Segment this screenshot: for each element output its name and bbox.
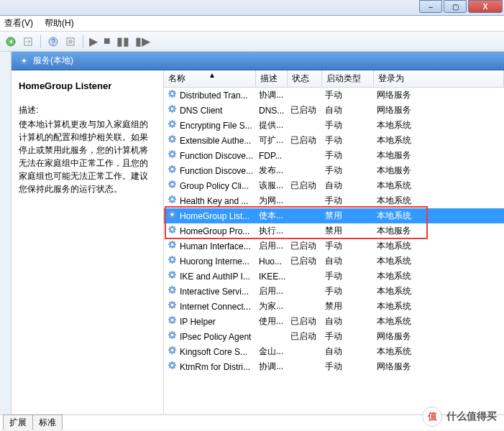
service-row[interactable]: KtmRm for Distri...协调...手动网络服务 [164, 359, 504, 374]
service-desc: 为家... [259, 300, 290, 312]
col-login[interactable]: 登录为 [374, 70, 504, 87]
back-icon[interactable] [4, 35, 17, 48]
maximize-button[interactable]: ▢ [444, 0, 467, 13]
service-row[interactable]: Health Key and ...为网...手动本地系统 [164, 193, 504, 208]
tab-standard[interactable]: 标准 [32, 414, 63, 430]
properties-icon[interactable] [64, 35, 77, 48]
service-row[interactable]: Encrypting File S...提供...手动本地系统 [164, 118, 504, 133]
service-name: IKE and AuthIP I... [180, 272, 250, 282]
service-state: 已启动 [290, 255, 325, 267]
service-row[interactable]: Function Discove...发布...手动本地服务 [164, 163, 504, 178]
restart-icon[interactable]: ▮▶ [135, 34, 150, 48]
svg-point-13 [171, 153, 174, 156]
service-name: HomeGroup List... [180, 211, 249, 221]
service-icon [167, 195, 177, 207]
svg-point-17 [171, 213, 174, 216]
service-login: 网络服务 [377, 104, 504, 116]
service-login: 本地系统 [377, 119, 504, 131]
service-name: Internet Connect... [180, 302, 251, 312]
service-row[interactable]: Distributed Tran...协调...手动网络服务 [164, 88, 504, 103]
minimize-button[interactable]: – [419, 0, 442, 13]
service-login: 本地服务 [377, 149, 504, 162]
pause-icon[interactable]: ▮▮ [116, 34, 129, 48]
play-icon[interactable]: ▶ [89, 34, 98, 48]
service-icon [167, 164, 177, 177]
service-login: 本地系统 [377, 195, 504, 207]
service-name: HomeGroup Pro... [180, 226, 249, 236]
service-desc: 使用... [259, 315, 290, 328]
service-desc: 发布... [259, 164, 290, 177]
service-icon [167, 285, 177, 297]
service-login: 网络服务 [377, 361, 504, 373]
col-start[interactable]: 启动类型 [322, 70, 374, 87]
service-name: Distributed Tran... [180, 91, 248, 101]
service-start: 禁用 [325, 210, 377, 222]
service-row[interactable]: IKE and AuthIP I...IKEE...手动本地系统 [164, 269, 504, 284]
service-name: Interactive Servi... [180, 287, 249, 297]
service-row[interactable]: IPsec Policy Agent已启动手动网络服务 [164, 329, 504, 344]
service-start: 手动 [325, 361, 377, 373]
service-row[interactable]: Extensible Authe...可扩...已启动手动本地系统 [164, 133, 504, 148]
service-state: 已启动 [290, 104, 325, 116]
separator [40, 35, 41, 48]
bottom-tabs: 扩展 标准 [0, 414, 504, 430]
svg-point-26 [171, 349, 174, 352]
service-icon [167, 270, 177, 282]
service-login: 本地系统 [377, 180, 504, 192]
export-icon[interactable] [22, 35, 35, 48]
close-button[interactable]: X [468, 0, 503, 13]
service-login: 本地系统 [377, 300, 504, 312]
service-desc: FDP... [259, 151, 290, 161]
service-icon [167, 134, 177, 147]
svg-point-25 [171, 334, 174, 337]
service-row[interactable]: Function Discove...FDP...手动本地服务 [164, 148, 504, 163]
col-state[interactable]: 状态 [288, 70, 322, 87]
svg-point-22 [171, 289, 174, 292]
service-name: IP Helper [180, 317, 216, 327]
tab-extended[interactable]: 扩展 [3, 414, 33, 430]
service-start: 手动 [325, 164, 377, 177]
service-title: HomeGroup Listener [19, 80, 156, 91]
info-panel: HomeGroup Listener 描述: 使本地计算机更改与加入家庭组的计算… [12, 70, 164, 414]
col-name[interactable]: 名称 [168, 73, 185, 85]
service-icon [167, 315, 177, 328]
service-state: 已启动 [290, 134, 325, 147]
service-icon [167, 346, 177, 358]
service-row[interactable]: Huorong Interne...Huo...已启动自动本地系统 [164, 254, 504, 269]
svg-point-8 [23, 59, 26, 62]
service-desc: 金山... [259, 346, 290, 358]
service-row[interactable]: IP Helper使用...已启动自动本地系统 [164, 314, 504, 329]
service-row[interactable]: Internet Connect...为家...禁用本地系统 [164, 299, 504, 314]
service-row[interactable]: HomeGroup List...使本...禁用本地系统 [164, 208, 504, 223]
service-login: 本地服务 [377, 164, 504, 177]
service-start: 手动 [325, 285, 377, 297]
service-desc: DNS... [259, 106, 290, 116]
service-row[interactable]: Human Interface...启用...已启动手动本地系统 [164, 238, 504, 254]
svg-point-19 [171, 244, 174, 246]
service-row[interactable]: HomeGroup Pro...执行...禁用本地服务 [164, 223, 504, 238]
stop-icon[interactable]: ■ [104, 34, 111, 48]
service-row[interactable]: DNS ClientDNS...已启动自动网络服务 [164, 103, 504, 118]
menu-help[interactable]: 帮助(H) [45, 17, 74, 29]
service-name: Encrypting File S... [180, 121, 252, 131]
service-start: 自动 [325, 315, 377, 328]
service-start: 自动 [325, 346, 377, 358]
service-row[interactable]: Group Policy Cli...该服...已启动自动本地系统 [164, 178, 504, 193]
svg-point-12 [171, 138, 174, 141]
service-name: IPsec Policy Agent [180, 332, 251, 342]
service-desc: 提供... [259, 119, 290, 131]
gear-icon [19, 56, 29, 66]
menu-view[interactable]: 查看(V) [4, 17, 33, 29]
service-start: 手动 [325, 195, 377, 207]
nav-gutter [0, 52, 12, 414]
list-header[interactable]: 名称 ▴ 描述 状态 启动类型 登录为 [164, 70, 504, 88]
service-row[interactable]: Interactive Servi...启用...手动本地系统 [164, 284, 504, 299]
col-desc[interactable]: 描述 [256, 70, 288, 87]
service-start: 禁用 [325, 300, 377, 312]
list-body: Distributed Tran...协调...手动网络服务DNS Client… [164, 88, 504, 374]
help-icon[interactable]: ? [47, 35, 60, 48]
service-row[interactable]: Kingsoft Core S...金山...自动本地系统 [164, 344, 504, 359]
service-login: 本地服务 [377, 225, 504, 237]
service-desc: 执行... [259, 225, 290, 237]
service-icon [167, 330, 177, 343]
